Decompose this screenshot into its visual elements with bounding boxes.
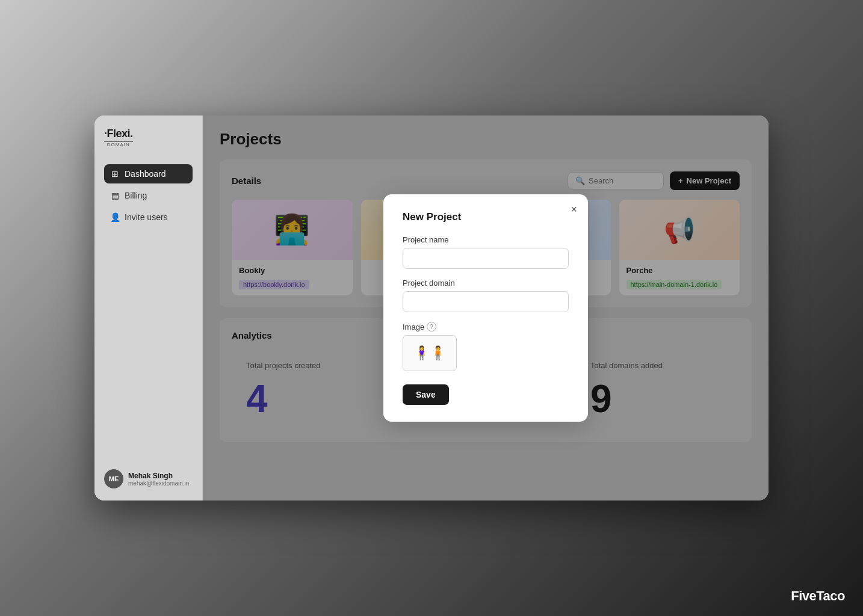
user-profile: ME Mehak Singh mehak@flexidomain.in [104,469,193,488]
sidebar-item-label: Invite users [125,212,168,222]
project-domain-input[interactable] [403,291,569,312]
invite-users-icon: 👤 [110,212,120,222]
user-info: Mehak Singh mehak@flexidomain.in [128,472,193,487]
image-label: Image ? [403,322,569,331]
image-preview-illustration: 🧍‍♀️🧍 [413,345,446,361]
logo-domain: DOMAIN [104,141,133,147]
billing-icon: ▤ [110,191,120,200]
new-project-modal: New Project × Project name Project domai… [383,194,588,422]
project-domain-label: Project domain [403,279,569,288]
sidebar-item-billing[interactable]: ▤ Billing [104,186,193,205]
sidebar-item-invite-users[interactable]: 👤 Invite users [104,208,193,227]
sidebar-item-label: Billing [125,191,147,200]
sidebar-item-label: Dashboard [125,169,166,179]
modal-overlay[interactable]: New Project × Project name Project domai… [203,116,769,500]
user-email: mehak@flexidomain.in [128,480,193,487]
image-help-icon[interactable]: ? [427,322,436,331]
modal-title: New Project [403,211,569,223]
sidebar: ·Flexi. DOMAIN ⊞ Dashboard ▤ Billing 👤 I… [94,116,203,500]
logo-text: ·Flexi. [104,128,133,140]
main-content: Projects Details 🔍 + New Project [203,116,769,500]
project-domain-group: Project domain [403,279,569,312]
branding-footer: FiveTaco [791,588,845,604]
user-name: Mehak Singh [128,472,193,480]
dashboard-icon: ⊞ [110,169,120,179]
save-button[interactable]: Save [403,384,449,405]
project-name-label: Project name [403,235,569,244]
sidebar-nav: ⊞ Dashboard ▤ Billing 👤 Invite users [104,164,193,229]
project-name-group: Project name [403,235,569,269]
modal-close-button[interactable]: × [571,204,577,215]
image-group: Image ? 🧍‍♀️🧍 [403,322,569,371]
sidebar-item-dashboard[interactable]: ⊞ Dashboard [104,164,193,183]
avatar: ME [104,469,123,488]
logo: ·Flexi. DOMAIN [104,128,193,147]
image-preview[interactable]: 🧍‍♀️🧍 [403,335,457,371]
project-name-input[interactable] [403,248,569,269]
